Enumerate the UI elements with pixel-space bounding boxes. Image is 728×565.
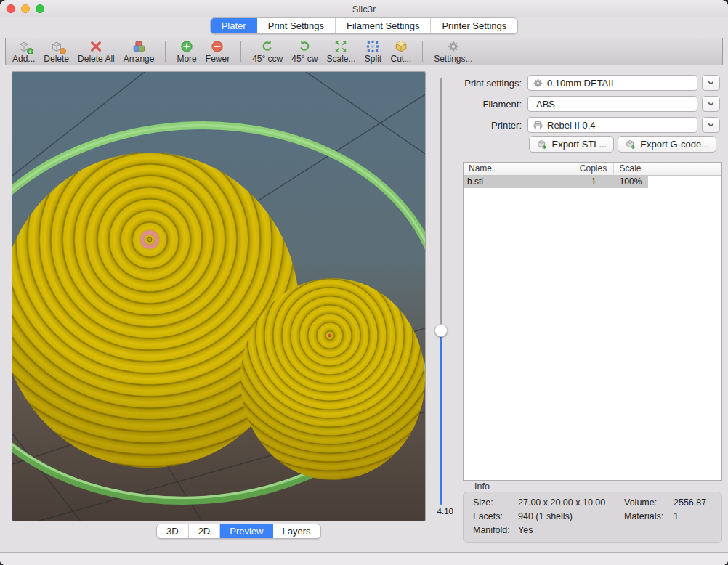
object-name: b.stl (464, 176, 573, 188)
printer-icon (533, 120, 543, 131)
settings-panel: Print settings: 0.10mm DETAIL Filament: … (458, 71, 724, 550)
layer-slider: 4.10 (427, 71, 458, 526)
window-title: Slic3r (352, 4, 376, 15)
fewer-copies-icon (209, 40, 226, 54)
print-settings-label: Print settings: (458, 78, 527, 89)
fewer-label: Fewer (206, 54, 230, 64)
scale-button[interactable]: Scale... (322, 39, 360, 65)
chevron-down-icon (706, 99, 716, 109)
cut-button[interactable]: Cut... (386, 39, 416, 65)
rotate-ccw-label: 45° ccw (252, 54, 283, 64)
preview-scene (12, 72, 426, 521)
delete-button[interactable]: − Delete (39, 39, 73, 65)
titlebar: Slic3r (0, 0, 728, 17)
layer-height-value: 4.10 (427, 507, 453, 516)
more-button[interactable]: More (172, 39, 201, 65)
export-stl-button[interactable]: Export STL... (529, 136, 614, 153)
main-tab-group: Plater Print Settings Filament Settings … (210, 17, 519, 34)
cut-label: Cut... (390, 54, 411, 64)
arrange-icon (130, 40, 147, 54)
view-mode-tab-group: 3D 2D Preview Layers (156, 524, 321, 539)
tab-print-settings[interactable]: Print Settings (257, 18, 336, 33)
rotate-cw-button[interactable]: 45° cw (287, 39, 322, 65)
statusbar (0, 553, 728, 565)
toolbar-separator (422, 41, 423, 62)
tab-3d[interactable]: 3D (157, 524, 189, 538)
column-header-scale[interactable]: Scale (614, 163, 647, 175)
layer-slider-track-upper[interactable] (440, 78, 442, 330)
tab-layers[interactable]: Layers (273, 524, 320, 538)
delete-label: Delete (44, 54, 69, 64)
split-label: Split (365, 54, 381, 64)
filament-dropdown-button[interactable] (702, 96, 720, 112)
arrange-button[interactable]: Arrange (119, 39, 159, 65)
object-copies: 1 (573, 176, 614, 188)
main-tabstrip: Plater Print Settings Filament Settings … (0, 17, 728, 36)
column-header-name[interactable]: Name (464, 163, 573, 175)
toolbar-separator (240, 41, 241, 62)
chevron-down-icon (706, 121, 716, 130)
split-icon (364, 40, 381, 54)
column-header-blank (647, 163, 721, 175)
add-button[interactable]: + Add... (8, 39, 39, 65)
tab-2d[interactable]: 2D (189, 524, 221, 538)
filament-value: ABS (533, 99, 555, 110)
cut-icon (392, 40, 410, 54)
traffic-lights (7, 4, 44, 13)
printer-dropdown-button[interactable] (702, 117, 720, 133)
layer-slider-track-lower[interactable] (440, 330, 442, 505)
fewer-button[interactable]: Fewer (201, 39, 234, 65)
arrange-label: Arrange (124, 54, 155, 64)
preview-3d-canvas[interactable] (12, 71, 426, 521)
scale-label: Scale... (326, 54, 355, 64)
plater-toolbar: + Add... − Delete Delete All Arrange Mor… (5, 38, 723, 65)
table-row[interactable]: b.stl 1 100% (464, 176, 648, 188)
delete-all-icon (87, 40, 105, 54)
tab-filament-settings[interactable]: Filament Settings (336, 18, 431, 33)
more-label: More (177, 54, 196, 64)
export-gcode-button[interactable]: Export G-code... (618, 136, 716, 153)
volume-label: Volume: (624, 497, 674, 511)
materials-value: 1 (674, 511, 721, 525)
split-button[interactable]: Split (360, 39, 386, 65)
tab-printer-settings[interactable]: Printer Settings (431, 18, 517, 33)
view-mode-tabs: 3D 2D Preview Layers (156, 524, 321, 539)
object-list-header: Name Copies Scale (464, 163, 721, 176)
print-settings-select[interactable]: 0.10mm DETAIL (527, 75, 697, 91)
export-gcode-icon (625, 139, 636, 150)
add-label: Add... (12, 54, 35, 64)
zoom-window-button[interactable] (36, 4, 44, 13)
rotate-ccw-button[interactable]: 45° ccw (248, 39, 287, 65)
rotate-cw-label: 45° cw (291, 54, 318, 64)
tab-preview[interactable]: Preview (220, 524, 272, 538)
toolbar-separator (165, 41, 166, 62)
tab-plater[interactable]: Plater (211, 18, 257, 33)
close-window-button[interactable] (7, 4, 15, 13)
volume-value: 2556.87 (674, 497, 721, 511)
rotate-ccw-icon (259, 40, 276, 54)
more-copies-icon (178, 40, 195, 54)
settings-button[interactable]: Settings... (429, 39, 477, 65)
export-gcode-label: Export G-code... (640, 139, 709, 150)
delete-object-icon: − (48, 40, 65, 54)
delete-all-button[interactable]: Delete All (73, 39, 119, 65)
print-settings-dropdown-button[interactable] (702, 75, 720, 91)
layer-slider-thumb[interactable] (434, 324, 448, 337)
info-box: Size: 27.00 x 20.00 x 10.00 Volume: 2556… (463, 492, 722, 543)
minimize-window-button[interactable] (21, 4, 30, 13)
printer-value: Rebel II 0.4 (547, 120, 596, 131)
info-section-title: Info (474, 481, 490, 492)
column-header-copies[interactable]: Copies (573, 163, 614, 175)
slic3r-window: Slic3r Plater Print Settings Filament Se… (0, 0, 728, 565)
settings-gear-icon (445, 40, 462, 54)
object-list: Name Copies Scale b.stl 1 100% (463, 162, 722, 481)
printer-select[interactable]: Rebel II 0.4 (527, 117, 697, 133)
add-object-icon: + (15, 40, 33, 54)
filament-select[interactable]: ABS (527, 96, 697, 112)
scale-icon (332, 40, 349, 54)
delete-all-label: Delete All (78, 54, 115, 64)
filament-label: Filament: (458, 99, 527, 110)
manifold-value: Yes (518, 525, 624, 539)
object-scale: 100% (614, 176, 647, 188)
facets-label: Facets: (473, 511, 518, 525)
